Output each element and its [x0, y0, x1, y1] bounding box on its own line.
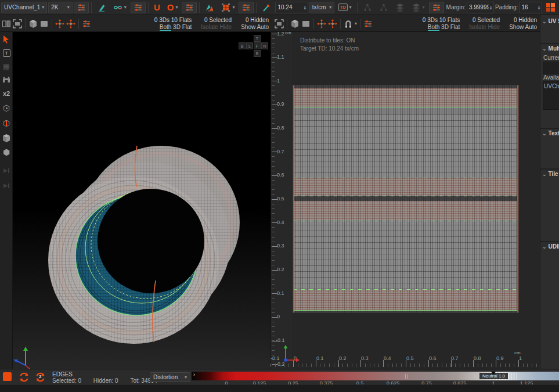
mesh-display-button[interactable]: ▦ [0, 60, 13, 73]
distortion-histogram-minor [405, 374, 410, 379]
current-uvset-input[interactable] [543, 62, 559, 74]
texel-density-picker-button[interactable] [259, 2, 274, 13]
panel-divider [540, 43, 559, 44]
filter-show-auto[interactable]: Show Auto [509, 24, 537, 30]
chevron-down-icon: ▾ [232, 5, 235, 10]
vertex-mode-button[interactable]: ⬡ [0, 102, 13, 114]
view-flat-icon[interactable] [39, 19, 49, 28]
unwrap-u-button[interactable]: U [151, 2, 163, 13]
filter-show-auto[interactable]: Show Auto [241, 24, 269, 30]
uvchannel-list-item[interactable]: UVChan [544, 83, 559, 89]
magnet-snap-icon[interactable] [344, 19, 353, 28]
panel-header-multi[interactable]: ⌄ Multi [542, 45, 559, 52]
island-pin-button[interactable] [0, 74, 13, 87]
map-size-dropdown[interactable]: 2K ▾ [48, 2, 73, 13]
viewport-uv[interactable]: Distribute to tiles: ON Target TD: 10.24… [292, 32, 540, 369]
densify-tool-button[interactable]: ▾ [218, 2, 237, 13]
symmetry-tool-button[interactable]: ▾ [110, 2, 129, 13]
stack-options-button[interactable] [429, 2, 444, 13]
panel-header-udim[interactable]: ⌄ UDIM [542, 243, 559, 250]
viewcube-front-button[interactable]: F [254, 42, 261, 49]
pack-options-button[interactable] [239, 2, 254, 13]
ungroup-tool-button[interactable] [376, 2, 391, 13]
unfold-options-button[interactable] [131, 2, 146, 13]
cylinder-mesh-model[interactable] [13, 32, 273, 369]
island-mode-button[interactable]: ⬢ [0, 146, 13, 159]
filter-both-3dflat[interactable]: Both 3D Flat [154, 24, 192, 30]
unstack-tool-button[interactable]: ▾ [409, 2, 428, 13]
view-3d-icon[interactable] [28, 19, 38, 28]
loop-select-icon[interactable] [19, 372, 30, 383]
uv-channel-dropdown[interactable]: UVChannel_1 ▾ [1, 2, 47, 13]
texel-density-input[interactable]: 10.24 ▴▾ [275, 2, 308, 13]
margin-stepper[interactable]: ▴▾ [490, 5, 492, 10]
toolbar-3d-viewport: 0 3Ds 10 Flats 0 Selected 0 Hidden Both … [0, 15, 271, 32]
next-island-button[interactable] [0, 164, 13, 177]
viewcube-right-button[interactable]: R [261, 42, 268, 49]
frame-selection-icon[interactable] [275, 19, 284, 28]
display-options-icon[interactable] [82, 19, 91, 28]
ruler-label: 1 [277, 78, 280, 84]
unfold-brush-icon [97, 3, 106, 12]
view-3d-icon[interactable] [290, 19, 300, 28]
panel-divider [540, 241, 559, 242]
filter-both-3dflat[interactable]: Both 3D Flat [423, 24, 460, 30]
next-island-fit-button[interactable] [0, 179, 13, 192]
margin-input[interactable]: 3.99999 ▴▾ [467, 2, 494, 13]
spin-down-icon[interactable]: ▾ [304, 8, 306, 10]
collapse-islands-icon[interactable] [66, 19, 75, 28]
filter-isolate-hide[interactable]: Isolate Hide [201, 24, 232, 30]
ruler-label: 0.6 [429, 356, 437, 361]
panel-header-tile[interactable]: ⌄ Tile [542, 171, 558, 177]
filter-isolate-hide[interactable]: Isolate Hide [469, 24, 500, 30]
uv-island-grid[interactable] [293, 85, 518, 312]
viewcube-left-button[interactable]: L [246, 42, 253, 49]
uv-seam-band [293, 196, 518, 201]
distortion-gradient-bar[interactable]: Neutral 1.0 [192, 372, 559, 380]
spin-down-icon[interactable]: ▾ [490, 8, 492, 10]
padding-stepper[interactable]: ▴▾ [538, 5, 540, 10]
viewport-options-button[interactable] [74, 2, 89, 13]
select-tool-button[interactable] [0, 33, 13, 46]
toolbar-separator [287, 19, 287, 29]
pack-tool-button[interactable] [202, 2, 217, 13]
display-options-icon[interactable] [363, 19, 373, 28]
view-flat-icon[interactable] [301, 19, 311, 28]
panel-header-uv-sets[interactable]: ⌄ UV Se [542, 18, 559, 24]
stat-selected: 0 Selected [469, 17, 500, 23]
tile-grid-button[interactable] [543, 2, 558, 13]
polygon-mode-button[interactable] [0, 132, 13, 145]
viewcube-back-button[interactable]: B [239, 42, 246, 49]
stat-selected: 0 Selected [201, 17, 232, 23]
chevron-down-icon[interactable]: ▾ [355, 21, 357, 26]
double-resolution-button[interactable]: x2 [0, 87, 13, 100]
panel-header-texture[interactable]: ⌄ Textu [542, 130, 559, 136]
spin-down-icon[interactable]: ▾ [538, 8, 540, 10]
padding-input[interactable]: 16 ▴▾ [519, 2, 542, 13]
td-unit-dropdown[interactable]: tx/cm ▾ [309, 2, 334, 13]
transform-tool-button[interactable]: T [0, 46, 13, 59]
group-tool-button[interactable] [360, 2, 375, 13]
hidden-count: Hidden: 0 [93, 377, 118, 384]
stack-tool-button[interactable] [392, 2, 407, 13]
texel-density-stepper[interactable]: ▴▾ [304, 5, 306, 10]
ruler-label: 0.5 [406, 356, 414, 361]
collapse-islands-icon[interactable] [328, 19, 337, 28]
neutral-marker-icon[interactable] [491, 372, 496, 375]
viewport-3d[interactable]: T B L F R B [13, 32, 273, 369]
edge-mode-button[interactable]: ⬡ [0, 117, 13, 130]
td-apply-button[interactable]: TD ▾ [336, 2, 354, 13]
stop-button[interactable] [3, 372, 12, 381]
expand-islands-icon[interactable] [55, 19, 64, 28]
viewcube-bottom-button[interactable]: B [254, 50, 261, 57]
optimize-options-button[interactable] [182, 2, 197, 13]
toolbar-separator [52, 19, 52, 29]
unfold-tool-button[interactable] [94, 2, 109, 13]
uvset-listbox[interactable]: UVChan [543, 81, 559, 110]
expand-islands-icon[interactable] [317, 19, 326, 28]
optimize-o-button[interactable]: O ▾ [164, 2, 181, 13]
viewcube-top-button[interactable]: T [254, 35, 261, 42]
split-view-icon[interactable] [2, 19, 11, 28]
distortion-metric-dropdown[interactable]: Distortion ▾ [150, 372, 190, 382]
frame-selection-icon[interactable] [13, 19, 22, 28]
